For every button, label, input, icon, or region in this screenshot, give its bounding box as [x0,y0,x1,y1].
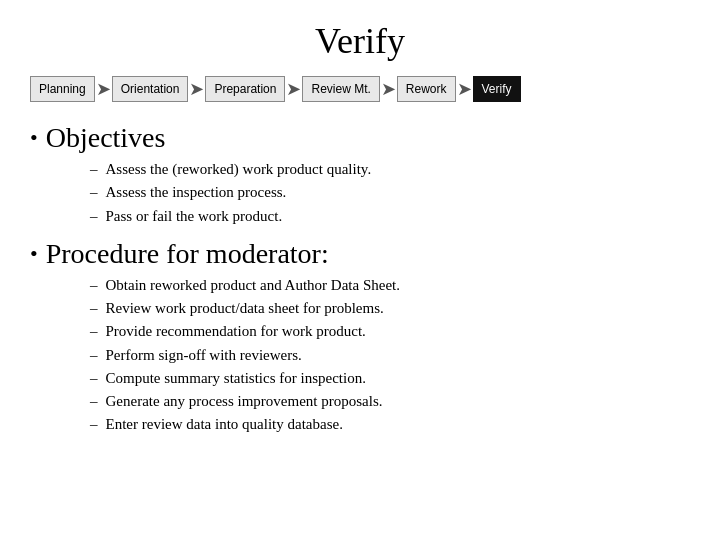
nav-step-review-mt.[interactable]: Review Mt. [302,76,379,102]
list-item-text: Review work product/data sheet for probl… [106,297,384,320]
nav-step-preparation[interactable]: Preparation [205,76,285,102]
nav-step-label: Orientation [112,76,189,102]
section-header-0: •Objectives [30,122,690,154]
list-item-text: Obtain reworked product and Author Data … [106,274,401,297]
section-1: •Procedure for moderator:–Obtain reworke… [30,238,690,437]
bullet-icon: • [30,243,38,265]
dash-icon: – [90,320,98,343]
nav-arrow-icon: ➤ [96,78,111,100]
dash-icon: – [90,413,98,436]
list-item: –Compute summary statistics for inspecti… [90,367,690,390]
bullet-icon: • [30,127,38,149]
content-area: •Objectives–Assess the (reworked) work p… [30,122,690,447]
nav-arrow-icon: ➤ [189,78,204,100]
nav-arrow-icon: ➤ [286,78,301,100]
list-item-text: Enter review data into quality database. [106,413,343,436]
page: Verify Planning➤Orientation➤Preparation➤… [0,0,720,540]
list-item: –Enter review data into quality database… [90,413,690,436]
dash-icon: – [90,297,98,320]
nav-step-label: Verify [473,76,521,102]
nav-step-orientation[interactable]: Orientation [112,76,189,102]
dash-icon: – [90,390,98,413]
list-item: –Review work product/data sheet for prob… [90,297,690,320]
nav-arrow-icon: ➤ [381,78,396,100]
list-item: –Generate any process improvement propos… [90,390,690,413]
dash-icon: – [90,205,98,228]
nav-step-label: Preparation [205,76,285,102]
dash-icon: – [90,181,98,204]
list-item-text: Provide recommendation for work product. [106,320,366,343]
section-title-1: Procedure for moderator: [46,238,329,270]
sub-items-0: –Assess the (reworked) work product qual… [30,158,690,228]
dash-icon: – [90,367,98,390]
list-item: –Perform sign-off with reviewers. [90,344,690,367]
dash-icon: – [90,344,98,367]
page-title: Verify [30,20,690,62]
nav-step-label: Planning [30,76,95,102]
list-item: –Obtain reworked product and Author Data… [90,274,690,297]
list-item-text: Pass or fail the work product. [106,205,283,228]
list-item-text: Perform sign-off with reviewers. [106,344,302,367]
nav-step-planning[interactable]: Planning [30,76,95,102]
dash-icon: – [90,274,98,297]
section-title-0: Objectives [46,122,166,154]
list-item-text: Assess the (reworked) work product quali… [106,158,372,181]
nav-step-rework[interactable]: Rework [397,76,456,102]
list-item: –Pass or fail the work product. [90,205,690,228]
nav-step-verify[interactable]: Verify [473,76,521,102]
dash-icon: – [90,158,98,181]
nav-bar: Planning➤Orientation➤Preparation➤Review … [30,76,690,102]
list-item: –Assess the (reworked) work product qual… [90,158,690,181]
section-0: •Objectives–Assess the (reworked) work p… [30,122,690,228]
sub-items-1: –Obtain reworked product and Author Data… [30,274,690,437]
list-item-text: Compute summary statistics for inspectio… [106,367,366,390]
nav-arrow-icon: ➤ [457,78,472,100]
list-item: –Assess the inspection process. [90,181,690,204]
nav-step-label: Review Mt. [302,76,379,102]
nav-step-label: Rework [397,76,456,102]
list-item-text: Generate any process improvement proposa… [106,390,383,413]
list-item-text: Assess the inspection process. [106,181,287,204]
section-header-1: •Procedure for moderator: [30,238,690,270]
list-item: –Provide recommendation for work product… [90,320,690,343]
